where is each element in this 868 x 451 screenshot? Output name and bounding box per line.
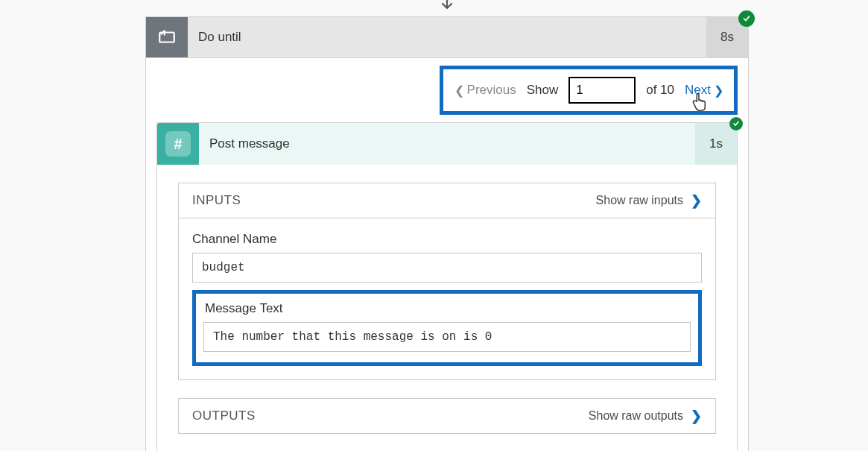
chevron-right-icon: ❯ bbox=[714, 83, 723, 98]
show-raw-inputs-link[interactable]: Show raw inputs ❯ bbox=[596, 192, 702, 209]
post-message-title: Post message bbox=[199, 123, 695, 165]
inputs-section: INPUTS Show raw inputs ❯ Channel Name bu… bbox=[178, 183, 716, 380]
message-text-highlight: Message Text The number that this messag… bbox=[192, 290, 702, 366]
chevron-right-icon: ❯ bbox=[691, 192, 702, 209]
channel-name-label: Channel Name bbox=[192, 232, 702, 247]
inputs-heading: INPUTS bbox=[192, 193, 241, 208]
next-button[interactable]: Next ❯ bbox=[685, 83, 723, 98]
message-text-value: The number that this message is on is 0 bbox=[203, 322, 691, 352]
page-of-label: of 10 bbox=[646, 83, 674, 98]
channel-name-value: budget bbox=[192, 253, 702, 283]
do-until-title: Do until bbox=[188, 17, 706, 57]
show-raw-outputs-link[interactable]: Show raw outputs ❯ bbox=[589, 408, 702, 424]
page-number-input[interactable] bbox=[568, 77, 636, 104]
message-text-label: Message Text bbox=[203, 301, 691, 316]
show-raw-outputs-label: Show raw outputs bbox=[589, 409, 683, 423]
slack-hash-icon: # bbox=[157, 123, 199, 165]
post-message-body: INPUTS Show raw inputs ❯ Channel Name bu… bbox=[157, 165, 737, 434]
previous-label: Previous bbox=[467, 83, 516, 98]
next-label: Next bbox=[685, 83, 711, 98]
outputs-section: OUTPUTS Show raw outputs ❯ bbox=[178, 398, 716, 434]
iteration-pager: ❮ Previous Show of 10 Next ❯ bbox=[440, 66, 738, 115]
success-check-icon bbox=[738, 10, 755, 27]
previous-button[interactable]: ❮ Previous bbox=[454, 83, 516, 98]
post-message-duration: 1s bbox=[695, 123, 737, 165]
success-check-icon bbox=[729, 117, 743, 130]
post-message-card: # Post message 1s INPUTS Show raw inputs… bbox=[156, 122, 738, 451]
do-until-icon bbox=[146, 17, 188, 57]
flow-arrow-down-icon bbox=[438, 0, 456, 17]
do-until-card-header[interactable]: Do until 8s bbox=[145, 16, 749, 58]
show-raw-inputs-label: Show raw inputs bbox=[596, 194, 683, 207]
chevron-left-icon: ❮ bbox=[454, 83, 464, 98]
show-label: Show bbox=[527, 83, 559, 98]
post-message-header[interactable]: # Post message 1s bbox=[157, 123, 737, 165]
chevron-right-icon: ❯ bbox=[691, 408, 702, 424]
outputs-heading: OUTPUTS bbox=[192, 409, 256, 423]
do-until-body: ❮ Previous Show of 10 Next ❯ # bbox=[145, 58, 749, 451]
